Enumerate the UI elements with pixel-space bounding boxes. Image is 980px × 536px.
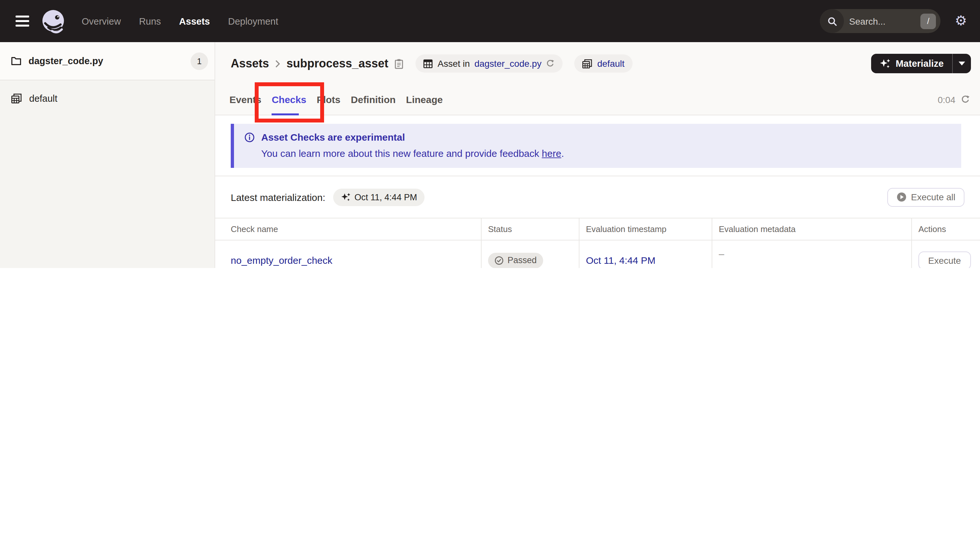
- sparkle-icon: [880, 58, 891, 69]
- status-badge: Passed: [488, 253, 543, 268]
- asset-grid-icon: [423, 59, 433, 68]
- feedback-link[interactable]: here: [542, 148, 561, 159]
- check-circle-icon: [495, 256, 504, 265]
- refresh-countdown: 0:04: [938, 94, 956, 105]
- latest-materialization-time: Oct 11, 4:44 PM: [355, 192, 417, 202]
- nav-item-assets[interactable]: Assets: [179, 16, 210, 26]
- copy-asset-name-icon[interactable]: [394, 58, 404, 69]
- group-grid-icon: [582, 59, 593, 68]
- materialize-label: Materialize: [896, 58, 944, 69]
- execute-all-button[interactable]: Execute all: [887, 188, 964, 207]
- tab-lineage[interactable]: Lineage: [406, 84, 443, 115]
- chip-prefix: Asset in: [438, 58, 470, 69]
- tab-plots[interactable]: Plots: [317, 84, 340, 115]
- checks-table: Check name Status Evaluation timestamp E…: [215, 218, 980, 268]
- nav-item-deployment[interactable]: Deployment: [228, 16, 278, 26]
- code-file-link[interactable]: dagster_code.py: [474, 58, 541, 69]
- checks-panel: Asset Checks are experimental You can le…: [215, 115, 980, 268]
- execute-label: Execute: [928, 255, 961, 266]
- status-label: Passed: [508, 255, 537, 265]
- execute-button[interactable]: Execute: [918, 251, 970, 268]
- info-icon: [244, 132, 255, 142]
- column-evaluation-metadata: Evaluation metadata: [712, 218, 912, 240]
- search-input[interactable]: [844, 16, 920, 26]
- latest-materialization-chip[interactable]: Oct 11, 4:44 PM: [333, 188, 425, 206]
- sidebar-item-default-group[interactable]: default: [0, 86, 215, 111]
- search-icon: [820, 9, 844, 33]
- banner-title: Asset Checks are experimental: [261, 132, 405, 143]
- asset-sidebar: dagster_code.py 1 default dagster_code.p…: [0, 42, 215, 268]
- asset-header: Assets subprocess_asset: [215, 42, 980, 115]
- table-row: no_empty_order_check Passed Oct 11, 4:44…: [215, 240, 980, 268]
- experimental-banner: Asset Checks are experimental You can le…: [231, 124, 961, 168]
- asset-count-badge: 1: [191, 52, 208, 70]
- page-refresh-icon[interactable]: [961, 95, 970, 104]
- column-evaluation-timestamp: Evaluation timestamp: [579, 218, 712, 240]
- top-nav: Overview Runs Assets Deployment / ⚙: [0, 0, 980, 42]
- group-link[interactable]: default: [597, 58, 625, 69]
- sparkle-icon: [341, 192, 351, 202]
- tab-definition[interactable]: Definition: [351, 84, 396, 115]
- search-box[interactable]: /: [820, 9, 940, 33]
- nav-item-overview[interactable]: Overview: [82, 16, 121, 26]
- materialize-button[interactable]: Materialize: [871, 54, 952, 73]
- check-name-link[interactable]: no_empty_order_check: [231, 255, 332, 266]
- chip-refresh-icon[interactable]: [546, 59, 555, 68]
- main-content: Assets subprocess_asset: [215, 42, 980, 268]
- asset-group-grid-icon: [11, 93, 22, 104]
- sidebar-item-label: dagster_code.py: [29, 56, 183, 66]
- column-actions: Actions: [912, 218, 980, 240]
- evaluation-metadata-value: –: [719, 248, 724, 259]
- materialize-button-group: Materialize: [871, 54, 971, 73]
- search-shortcut-key: /: [920, 13, 936, 29]
- sidebar-item-dagster-code[interactable]: dagster_code.py 1: [0, 42, 215, 80]
- latest-materialization-label: Latest materialization:: [231, 191, 325, 202]
- nav-item-runs[interactable]: Runs: [139, 16, 161, 26]
- banner-period: .: [561, 148, 564, 159]
- primary-nav: Overview Runs Assets Deployment: [82, 16, 278, 26]
- asset-tabs: Events Checks Plots Definition Lineage 0…: [215, 84, 980, 115]
- breadcrumb-chevron-icon: [275, 59, 281, 68]
- asset-definition-chip: Asset in dagster_code.py: [415, 54, 563, 73]
- dagster-app: Overview Runs Assets Deployment / ⚙ dags…: [0, 0, 980, 268]
- evaluation-timestamp-link[interactable]: Oct 11, 4:44 PM: [586, 255, 655, 266]
- execute-all-label: Execute all: [911, 192, 955, 202]
- tab-events[interactable]: Events: [229, 84, 261, 115]
- dagster-logo[interactable]: [41, 9, 66, 33]
- settings-gear-icon[interactable]: ⚙: [955, 14, 967, 28]
- tab-checks-label: Checks: [272, 94, 306, 105]
- sidebar-item-label: default: [29, 93, 57, 104]
- asset-group-chip: default: [574, 54, 632, 73]
- column-check-name: Check name: [215, 218, 482, 240]
- asset-title: subprocess_asset: [286, 57, 388, 70]
- column-status: Status: [482, 218, 579, 240]
- hamburger-menu-icon[interactable]: [16, 16, 29, 27]
- banner-body-text: You can learn more about this new featur…: [261, 148, 539, 159]
- folder-icon: [11, 56, 21, 65]
- materialize-dropdown-button[interactable]: [953, 54, 971, 73]
- breadcrumb-assets[interactable]: Assets: [231, 57, 269, 70]
- table-header-row: Check name Status Evaluation timestamp E…: [215, 218, 980, 240]
- checks-toolbar: Latest materialization: Oct 11, 4:44 PM …: [215, 176, 980, 218]
- play-circle-icon: [896, 192, 907, 202]
- caret-down-icon: [959, 62, 965, 65]
- tab-checks[interactable]: Checks: [272, 84, 306, 115]
